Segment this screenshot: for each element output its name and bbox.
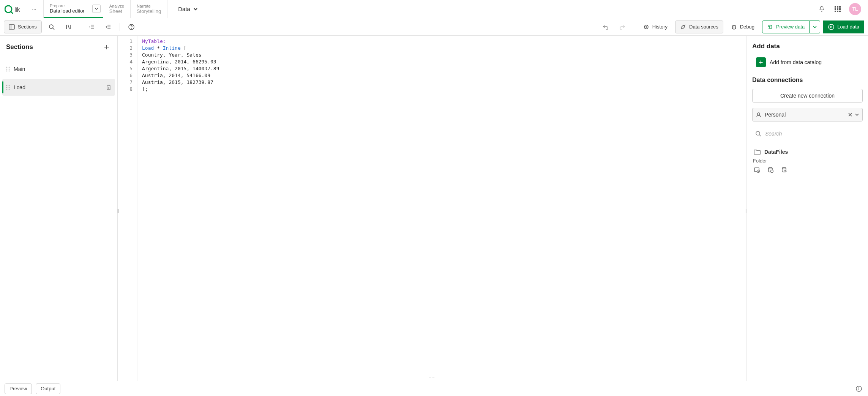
folder-icon xyxy=(754,149,761,155)
add-data-title: Add data xyxy=(752,43,863,50)
footer-tab-preview[interactable]: Preview xyxy=(5,383,32,394)
create-connection-button[interactable]: Create new connection xyxy=(752,89,863,103)
connection-entry[interactable]: DataFiles Folder xyxy=(752,146,863,173)
preview-data-label: Preview data xyxy=(776,24,805,30)
plus-icon xyxy=(103,44,110,50)
svg-line-34 xyxy=(732,25,733,26)
chevron-down-icon[interactable] xyxy=(855,112,859,117)
delete-section-icon[interactable] xyxy=(106,84,111,90)
load-data-label: Load data xyxy=(837,24,859,30)
user-avatar[interactable]: TL xyxy=(849,3,861,15)
tab-main-label: Data load editor xyxy=(50,8,85,14)
section-item-load[interactable]: Load xyxy=(2,79,115,96)
toolbar-right: History Data sources Debug Preview data … xyxy=(599,21,864,33)
svg-rect-11 xyxy=(839,8,841,10)
redo-button[interactable] xyxy=(615,21,629,33)
svg-rect-7 xyxy=(837,6,838,8)
load-data-button[interactable]: Load data xyxy=(823,21,864,33)
qlik-logo[interactable]: lik xyxy=(5,5,26,14)
tab-narrate[interactable]: Narrate Storytelling xyxy=(131,0,167,18)
connection-edit-icon[interactable] xyxy=(781,167,787,173)
history-icon xyxy=(643,24,649,30)
app-more-icon[interactable] xyxy=(30,5,39,14)
connection-name: DataFiles xyxy=(764,149,788,155)
code-content[interactable]: MyTable:Load * Inline [Country, Year, Sa… xyxy=(137,36,224,381)
help-button[interactable] xyxy=(125,21,138,33)
right-panel: || Add data + Add from data catalog Data… xyxy=(746,36,868,381)
space-select-actions xyxy=(848,112,859,117)
footer-tab-output[interactable]: Output xyxy=(36,383,60,394)
comment-toggle-button[interactable] xyxy=(62,21,75,33)
add-from-catalog-label: Add from data catalog xyxy=(770,59,822,65)
toolbar-separator xyxy=(80,23,80,31)
tab-sup-label: Analyze xyxy=(109,4,124,8)
help-icon xyxy=(128,24,134,30)
add-from-catalog-button[interactable]: + Add from data catalog xyxy=(752,55,863,69)
data-dropdown-label: Data xyxy=(178,6,190,12)
indent-button[interactable] xyxy=(85,21,98,33)
svg-point-4 xyxy=(34,8,35,9)
svg-line-18 xyxy=(53,28,54,30)
sections-toggle-button[interactable]: Sections xyxy=(4,21,42,33)
apps-grid-icon[interactable] xyxy=(833,5,842,14)
connection-insert-script-icon[interactable] xyxy=(767,167,773,173)
search-icon xyxy=(49,24,55,30)
svg-line-1 xyxy=(11,11,13,14)
undo-icon xyxy=(603,24,609,30)
data-connections-title: Data connections xyxy=(752,77,863,84)
plus-square-icon: + xyxy=(756,57,766,67)
undo-button[interactable] xyxy=(599,21,612,33)
add-section-button[interactable] xyxy=(102,43,111,52)
main-row: Sections Main Load || xyxy=(0,36,868,381)
history-button[interactable]: History xyxy=(639,21,672,33)
notifications-icon[interactable] xyxy=(817,5,826,14)
svg-point-55 xyxy=(758,113,760,115)
preview-data-button[interactable]: Preview data xyxy=(762,21,810,33)
tab-main-label: Sheet xyxy=(109,8,124,14)
drag-handle-icon[interactable] xyxy=(6,84,10,90)
editor-bottom-resize-handle[interactable]: == xyxy=(429,375,435,380)
data-sources-button[interactable]: Data sources xyxy=(675,21,723,33)
sections-pane: Sections Main Load || xyxy=(0,36,118,381)
toolbar-separator xyxy=(120,23,120,31)
svg-rect-10 xyxy=(837,8,838,10)
tab-sup-label: Narrate xyxy=(137,4,161,8)
code-editor[interactable]: 12345678 MyTable:Load * Inline [Country,… xyxy=(118,36,746,381)
connection-search-input[interactable] xyxy=(765,131,860,137)
svg-point-44 xyxy=(9,69,10,70)
connection-search[interactable] xyxy=(752,127,863,140)
svg-point-42 xyxy=(9,67,10,68)
history-label: History xyxy=(652,24,668,30)
sections-title: Sections xyxy=(6,43,33,51)
svg-rect-8 xyxy=(839,6,841,8)
outdent-button[interactable] xyxy=(101,21,115,33)
connection-item[interactable]: DataFiles xyxy=(752,146,863,158)
sections-list: Main Load xyxy=(0,58,117,98)
toolbar-separator xyxy=(634,23,634,31)
svg-point-3 xyxy=(32,8,33,9)
tab-analyze[interactable]: Analyze Sheet xyxy=(103,0,131,18)
prepare-dropdown-icon[interactable] xyxy=(92,5,101,13)
preview-data-dropdown[interactable] xyxy=(810,21,820,33)
section-item-main[interactable]: Main xyxy=(2,61,115,77)
clear-icon[interactable] xyxy=(848,112,852,117)
info-icon[interactable] xyxy=(854,384,863,393)
footer-bar: Preview Output xyxy=(0,381,868,396)
tab-prepare[interactable]: Prepare Data load editor xyxy=(44,0,103,18)
debug-button[interactable]: Debug xyxy=(726,21,759,33)
svg-point-63 xyxy=(771,170,773,173)
svg-point-17 xyxy=(49,25,53,28)
search-button[interactable] xyxy=(45,21,58,33)
connection-subtype: Folder xyxy=(752,158,863,164)
data-dropdown[interactable]: Data xyxy=(167,0,208,18)
svg-line-20 xyxy=(68,25,69,29)
svg-point-50 xyxy=(9,87,10,88)
space-select[interactable]: Personal xyxy=(752,108,863,121)
drag-handle-icon[interactable] xyxy=(6,66,10,72)
sections-toggle-label: Sections xyxy=(18,24,37,30)
bug-icon xyxy=(731,24,737,30)
svg-rect-15 xyxy=(9,25,14,29)
right-panel-resize-handle[interactable]: || xyxy=(745,208,748,213)
sections-header: Sections xyxy=(0,36,117,58)
connection-select-data-icon[interactable] xyxy=(754,167,760,173)
